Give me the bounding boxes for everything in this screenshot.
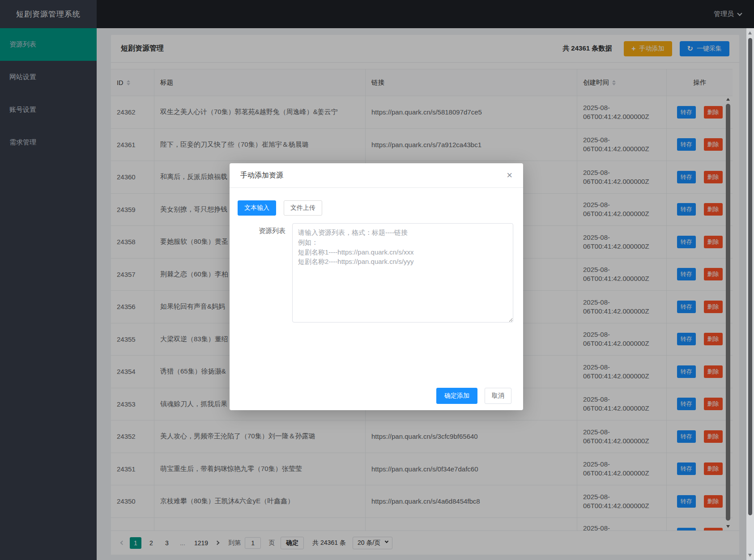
modal-footer: 确定添加 取消 (436, 388, 511, 404)
add-resource-modal: 手动添加资源 × 文本输入 文件上传 资源列表 确定添加 取消 (230, 163, 523, 410)
scroll-up-arrow-icon[interactable] (748, 31, 752, 34)
cancel-button[interactable]: 取消 (485, 388, 511, 404)
modal-body: 文本输入 文件上传 资源列表 确定添加 取消 (230, 188, 523, 410)
page-scrollbar-thumb[interactable] (748, 38, 752, 515)
modal-tab[interactable]: 文件上传 (284, 200, 322, 216)
confirm-add-button[interactable]: 确定添加 (436, 388, 477, 404)
modal-tabs: 文本输入 文件上传 (238, 200, 322, 216)
resource-list-label: 资源列表 (230, 227, 285, 235)
scroll-down-arrow-icon[interactable] (748, 554, 752, 557)
close-icon[interactable]: × (507, 170, 512, 180)
page-scrollbar[interactable] (746, 28, 754, 560)
modal-header: 手动添加资源 × (230, 163, 523, 188)
modal-title: 手动添加资源 (240, 171, 283, 180)
modal-tab[interactable]: 文本输入 (238, 200, 276, 216)
resource-list-textarea[interactable] (292, 223, 513, 322)
app-root: 管理员 短剧资源管理系统 资源列表 网站设置 账号设置 需求管理 (0, 0, 754, 560)
